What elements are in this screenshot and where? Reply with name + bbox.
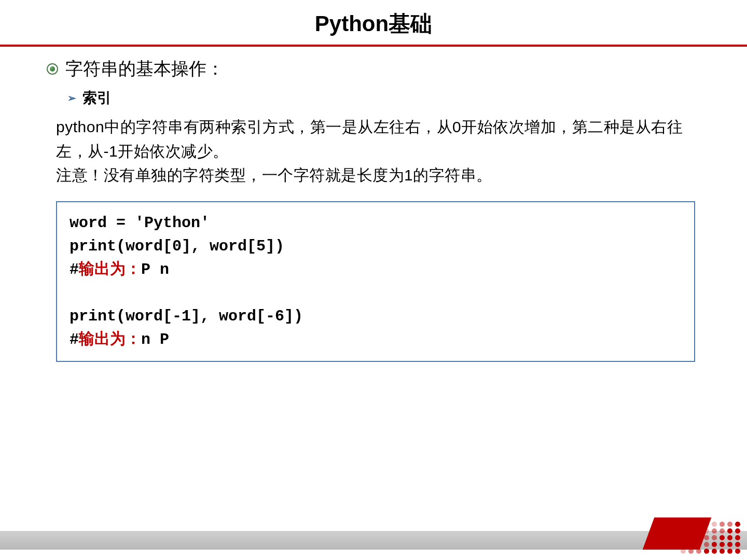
body-text: python中的字符串有两种索引方式，第一是从左往右，从0开始依次增加，第二种是… [56, 115, 700, 188]
bullet-icon-inner [50, 66, 55, 72]
code-comment-1: #输出为：P n [70, 258, 682, 282]
page-title: Python基础 [0, 0, 747, 45]
code-blank-line [70, 282, 682, 305]
body-paragraph-2: 注意！没有单独的字符类型，一个字符就是长度为1的字符串。 [56, 166, 492, 184]
code-comment-red: 输出为： [79, 331, 141, 348]
code-line-1: word = 'Python' [70, 212, 682, 235]
footer-decoration [643, 517, 747, 560]
code-box: word = 'Python' print(word[0], word[5]) … [56, 201, 695, 362]
code-line-3: print(word[-1], word[-6]) [70, 305, 682, 328]
code-comment-output: n P [141, 331, 169, 348]
dots-pattern [681, 522, 743, 558]
code-line-2: print(word[0], word[5]) [70, 235, 682, 258]
slide: Python基础 字符串的基本操作： ➢ 索引 python中的字符串有两种索引… [0, 0, 747, 560]
footer-bar [0, 531, 747, 550]
main-bullet-text: 字符串的基本操作： [65, 57, 224, 81]
content-area: 字符串的基本操作： ➢ 索引 python中的字符串有两种索引方式，第一是从左往… [0, 47, 747, 362]
code-comment-output: P n [141, 261, 169, 278]
body-paragraph-1: python中的字符串有两种索引方式，第一是从左往右，从0开始依次增加，第二种是… [56, 118, 683, 160]
footer [0, 529, 747, 560]
arrow-right-icon: ➢ [67, 92, 76, 104]
code-comment-hash: # [70, 331, 79, 348]
code-comment-2: #输出为：n P [70, 328, 682, 352]
sub-bullet-row: ➢ 索引 [67, 88, 700, 108]
sub-bullet-text: 索引 [82, 88, 112, 108]
main-bullet-row: 字符串的基本操作： [47, 57, 700, 81]
code-comment-hash: # [70, 261, 79, 278]
code-comment-red: 输出为： [79, 261, 141, 278]
bullet-icon [47, 63, 58, 75]
